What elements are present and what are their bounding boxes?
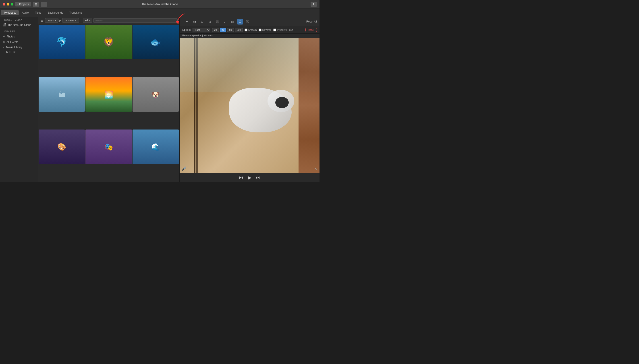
reverse-label: Reverse — [262, 28, 271, 31]
speed-preset-select[interactable]: Fast Slow Custom — [193, 28, 210, 32]
smooth-label: Smooth — [248, 28, 257, 31]
media-browser: ⊟ Years ▾ ▶ All Years ▾ All ▾ 🐬 🦁 — [38, 17, 180, 182]
sidebar-date-label: 5-31-19 — [6, 50, 16, 54]
filter-arrow-icon: ▶ — [59, 19, 61, 22]
photos-icon: ✳ — [3, 35, 5, 38]
media-browser-toolbar: ⊟ Years ▾ ▶ All Years ▾ All ▾ — [38, 17, 179, 24]
arrow-down-icon: ▼ — [3, 46, 5, 48]
view-toggle-grid[interactable]: ⊞ — [33, 2, 39, 7]
media-thumb-glacier[interactable]: 🏔 — [39, 77, 85, 112]
events-icon: ✳ — [3, 40, 5, 44]
media-thumb-partial-3[interactable]: 🌊 — [133, 130, 179, 164]
chevron-left-icon: ‹ — [18, 3, 18, 6]
preserve-pitch-label: Preserve Pitch — [277, 28, 293, 31]
preview-panel: ✦ ◑ ⊕ ⊡ 🎥 ♪ ▨ ⏱ ⓘ Reset All Speed: Fast … — [180, 17, 320, 182]
all-years-label: All Years — [65, 19, 74, 22]
share-button[interactable]: ⬆ — [310, 2, 317, 7]
color-balance-button[interactable]: ⊕ — [199, 19, 205, 24]
speed-controls: Speed: Fast Slow Custom 2x 4x 8x 20x Smo… — [180, 26, 320, 34]
speed-2x-button[interactable]: 2x — [212, 28, 219, 32]
reset-all-button[interactable]: Reset All — [306, 20, 317, 23]
media-thumb-sunset[interactable]: 🌅 — [86, 77, 132, 112]
inspector-icons: ✦ ◑ ⊕ ⊡ 🎥 ♪ ▨ ⏱ ⓘ — [182, 19, 250, 24]
media-thumb-lion[interactable]: 🦁 — [86, 25, 132, 59]
tab-my-media[interactable]: My Media — [1, 10, 19, 16]
titlebar-right: ⬆ — [310, 2, 317, 7]
back-button-label: Projects — [19, 3, 29, 6]
sidebar-item-photos[interactable]: ✳ Photos — [0, 34, 38, 39]
sidebar-photos-label: Photos — [7, 35, 15, 38]
speed-label: Speed: — [182, 28, 191, 32]
sidebar-imovie-library[interactable]: ▼ iMovie Library — [0, 45, 38, 50]
all-filter-label: All — [85, 19, 88, 22]
speed-8x-button[interactable]: 8x — [227, 28, 234, 32]
tab-backgrounds[interactable]: Backgrounds — [44, 10, 66, 16]
sidebar-library-label: iMovie Library — [6, 46, 22, 49]
play-pause-button[interactable]: ▶ — [248, 175, 251, 180]
color-correction-button[interactable]: ◑ — [192, 19, 197, 24]
close-button[interactable] — [3, 3, 5, 6]
dog-preview-label: Dog preview — [240, 104, 259, 108]
collapse-sidebar-button[interactable]: ⊟ — [40, 18, 44, 23]
chevron-down-icon-3: ▾ — [89, 19, 90, 22]
project-media-label: PROJECT MEDIA — [0, 17, 38, 22]
reverse-checkbox-group: Reverse — [259, 28, 271, 32]
volume-button[interactable]: ♪ — [222, 19, 228, 24]
inspector-toolbar: ✦ ◑ ⊕ ⊡ 🎥 ♪ ▨ ⏱ ⓘ Reset All — [180, 17, 320, 26]
smooth-checkbox-group: Smooth — [244, 28, 257, 32]
equalizer-button[interactable]: ▨ — [230, 19, 235, 24]
years-filter-label: Years — [48, 19, 54, 22]
all-years-filter-button[interactable]: All Years ▾ — [62, 18, 79, 23]
window-title: The News Around the Globe — [141, 2, 178, 6]
media-thumb-partial-1[interactable]: 🎨 — [39, 130, 85, 164]
reverse-checkbox[interactable] — [259, 28, 261, 32]
tab-transitions[interactable]: Transitions — [66, 10, 86, 16]
remove-speed-adjustments-text: Remove speed adjustments — [180, 34, 320, 38]
preserve-pitch-checkbox-group: Preserve Pitch — [273, 28, 293, 32]
titlebar-left: ‹ Projects ⊞ ↓ — [3, 2, 47, 7]
reset-speed-button[interactable]: Reset — [305, 28, 317, 32]
all-content-filter-button[interactable]: All ▾ — [83, 18, 92, 23]
crop-button[interactable]: ⊡ — [207, 19, 213, 24]
tab-titles[interactable]: Titles — [32, 10, 44, 16]
main-toolbar: My Media Audio Titles Backgrounds Transi… — [0, 8, 320, 17]
media-thumb-fish[interactable]: 🐟 — [133, 25, 179, 59]
titlebar: ‹ Projects ⊞ ↓ The News Around the Globe… — [0, 0, 320, 8]
sidebar-project-name: The New...he Globe — [8, 24, 31, 26]
speed-4x-button[interactable]: 4x — [220, 28, 226, 32]
media-thumb-dog-bed[interactable]: 🐶 — [133, 77, 179, 112]
sidebar-date-item[interactable]: 5-31-19 — [0, 50, 38, 54]
go-to-end-button[interactable]: ⏭ — [256, 175, 260, 180]
fullscreen-button[interactable] — [11, 3, 14, 6]
sidebar-item-all-events[interactable]: ✳ All Events — [0, 39, 38, 45]
preserve-pitch-checkbox[interactable] — [273, 28, 276, 32]
red-arrow-annotation — [173, 13, 187, 24]
sidebar-all-events-label: All Events — [7, 40, 18, 44]
fullscreen-video-button[interactable]: ⤡ — [315, 167, 318, 171]
media-thumb-partial-2[interactable]: 🎭 — [86, 130, 132, 164]
media-grid: 🐬 🦁 🐟 🏔 🌅 🐶 🎨 🎭 — [38, 24, 179, 182]
projects-back-button[interactable]: ‹ Projects — [15, 2, 31, 6]
film-icon: 🎬 — [3, 23, 6, 26]
libraries-label: LIBRARIES — [0, 28, 38, 34]
tab-audio[interactable]: Audio — [19, 10, 32, 16]
search-input[interactable] — [93, 18, 178, 23]
go-to-beginning-button[interactable]: ⏮ — [239, 175, 243, 180]
chevron-down-icon-2: ▾ — [75, 19, 77, 22]
sidebar-item-project[interactable]: 🎬 The New...he Globe — [0, 22, 38, 28]
speed-multiplier-group: 2x 4x 8x 20x — [212, 28, 243, 32]
minimize-button[interactable] — [7, 3, 9, 6]
camera-stabilization-button[interactable]: 🎥 — [214, 19, 220, 24]
media-thumb-dolphin[interactable]: 🐬 — [39, 25, 85, 59]
speed-20x-button[interactable]: 20x — [235, 28, 243, 32]
info-button[interactable]: ⓘ — [245, 19, 250, 24]
years-filter-button[interactable]: Years ▾ — [45, 18, 59, 23]
microphone-button[interactable]: 🎤 — [181, 166, 186, 171]
smooth-checkbox[interactable] — [244, 28, 247, 32]
view-toggle-list[interactable]: ↓ — [41, 2, 47, 7]
speed-section: Speed: Fast Slow Custom 2x 4x 8x 20x Smo… — [180, 26, 320, 38]
video-preview: Dog preview 🎤 ⤡ — [180, 38, 320, 173]
speed-button[interactable]: ⏱ — [237, 19, 243, 24]
playback-controls: ⏮ ▶ ⏭ — [180, 173, 320, 182]
sidebar: PROJECT MEDIA 🎬 The New...he Globe LIBRA… — [0, 17, 38, 182]
